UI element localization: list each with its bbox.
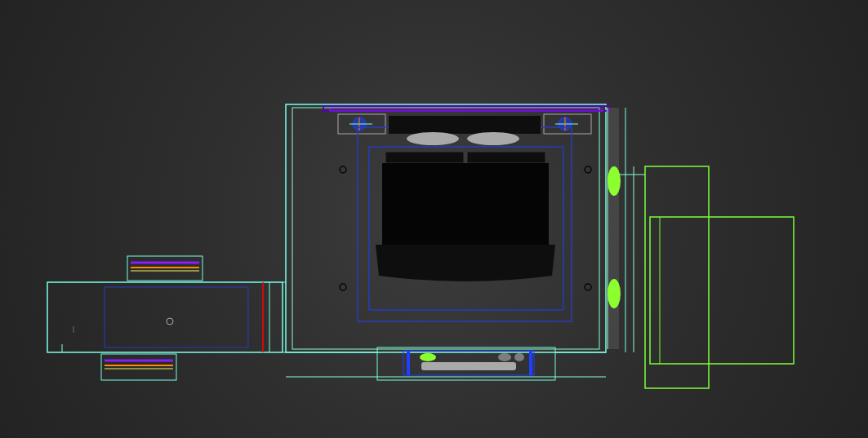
pillow-back-r[interactable] (467, 152, 545, 163)
light-marker[interactable] (585, 284, 591, 290)
left-dot[interactable] (167, 318, 173, 325)
pillow-back-l[interactable] (385, 152, 464, 163)
light-marker[interactable] (585, 166, 591, 173)
wireframe-canvas[interactable] (0, 0, 868, 438)
left-block-inner[interactable] (105, 287, 248, 347)
pillow-left[interactable] (407, 132, 459, 145)
plant-2[interactable] (608, 279, 621, 308)
drawer-bottom[interactable] (101, 354, 176, 380)
sofa-leg-l (407, 351, 410, 375)
plant-1[interactable] (608, 166, 621, 196)
pillow-right[interactable] (467, 132, 519, 145)
sofa-cushion[interactable] (420, 353, 436, 361)
duvet[interactable] (376, 245, 555, 281)
sofa-leg-r (529, 351, 532, 375)
left-block-outer[interactable] (47, 282, 283, 352)
viewport-3d[interactable] (0, 0, 868, 438)
right-room-outer[interactable] (645, 166, 709, 388)
headboard[interactable] (389, 116, 541, 134)
light-marker[interactable] (340, 166, 346, 173)
headboard-strip-2[interactable] (330, 108, 603, 111)
right-room-inner[interactable] (650, 217, 794, 364)
sofa-seat[interactable] (421, 362, 516, 370)
sofa-decor (498, 353, 511, 361)
sofa-decor (514, 353, 524, 361)
light-marker[interactable] (340, 284, 346, 290)
